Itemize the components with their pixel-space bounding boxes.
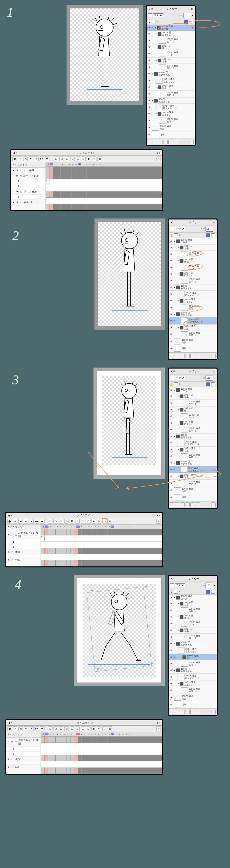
new-layer-button[interactable] [148,140,152,144]
svg-point-17 [145,586,147,588]
lock-icon[interactable]: 🔒 [148,21,151,23]
svg-point-0 [96,19,113,36]
blend-mode-select[interactable]: 通常 [153,13,163,18]
play-button-2[interactable]: ▶▶ [40,156,44,161]
svg-point-21 [111,594,127,610]
blend-mode-select[interactable]: 通常 [175,227,185,231]
mask-indicator[interactable] [184,20,188,24]
step-number-1: 1 [7,5,13,20]
keyframe-button[interactable]: ◇ [102,519,107,524]
timeline-panel-4: ◀ ✕タイムライン▾ ≡ ⬤⏮◀■▶▶▶⏭ ▢▢▢▢▢▢▢▢◐↻◇▦ ✎ タイム… [5,719,163,775]
skip-last-button[interactable]: ⏭ [45,156,49,161]
timeline-panel-1: ◀ ✕タイムライン▾ ≡ ⬤ ⏮ ◀ ■ ▶ ▶▶ ⏭ ▢▢▢▢▢▢ ◐↻▦ ✎… [10,149,163,211]
stop-button[interactable]: ■ [29,156,33,161]
checkbox[interactable] [148,13,152,18]
layers-panel-2: ◀ ✕レイヤー≡ 通常 ≡≡ ▸ 🔒✎ 👁▾100 % 通過上半身 👁▾100 … [168,218,218,360]
folder-icon[interactable] [157,26,161,30]
timeline-toolbar: ⬤ ⏮ ◀ ■ ▶ ▶▶ ⏭ ▢▢▢▢▢▢ ◐↻▦ ✎ [11,156,162,162]
menu-icon[interactable]: ▾ ≡ [157,152,160,154]
layers-panel-3: ◀ ✕レイヤー≡ 通常≡▸ 🔒✎ 👁▾100 % 通過上半身 👁▾100 % 正… [168,368,218,509]
step-number-4: 4 [15,577,21,592]
layers-panel-1: ◀ ✕レイヤー≡ 通常 ≡≡ ▸ 🔒✎ 👁✎▾100 % 通過上半身▸ 👁▾10… [146,5,196,146]
panel-title: レイヤー [167,7,178,11]
record-button[interactable]: ⬤ [12,156,17,161]
canvas-step4 [74,575,165,686]
timeline-panel-3: ◀ ✕タイムライン▾ ≡ ⬤⏮◀■▶▶▶⏭ ▢▢▢▢≣▢▢▢ ◐↻ ◇ ▦ ✎ … [5,512,163,567]
opacity-input[interactable] [184,13,191,18]
close-icon[interactable]: ◀ ✕ [149,8,153,10]
svg-point-8 [122,383,137,398]
track-row[interactable] [46,167,162,173]
delete-layer-button[interactable] [189,140,194,144]
step-number-2: 2 [12,228,19,243]
layer-tree: 👁✎▾100 % 通過上半身▸ 👁▾100 % 正左手 : 1 👁100 % 通… [147,25,195,138]
tree-row[interactable]: ▾👁▢- : 上半身 [11,168,45,173]
menu-icon[interactable]: ≡ [191,7,193,10]
svg-point-16 [91,589,93,591]
svg-point-19 [97,668,99,670]
svg-point-13 [127,417,128,418]
timeline-name[interactable]: タイムライン1 [11,162,45,168]
frame-ruler[interactable]: ▦1234567811234567 [46,162,162,167]
skip-first-button[interactable]: ⏮ [18,156,22,161]
svg-point-4 [121,232,138,249]
opacity-input[interactable] [205,226,213,231]
step-number-3: 3 [12,372,19,387]
prev-button[interactable]: ◀ [23,156,28,161]
svg-point-18 [151,662,153,664]
canvas-step3 [93,368,165,478]
play-button[interactable]: ▶ [34,156,39,161]
canvas-step1 [67,5,143,105]
canvas-step2 [94,218,165,330]
close-icon[interactable]: ◀ ✕ [13,152,17,154]
layers-panel-4: ◀ ✕レイヤー≡ 通常≡▸ 🔒✎ 👁▾100 % 通過上半身 👁▾100 % 正… [168,575,218,716]
visibility-icon[interactable]: 👁 [148,27,151,29]
